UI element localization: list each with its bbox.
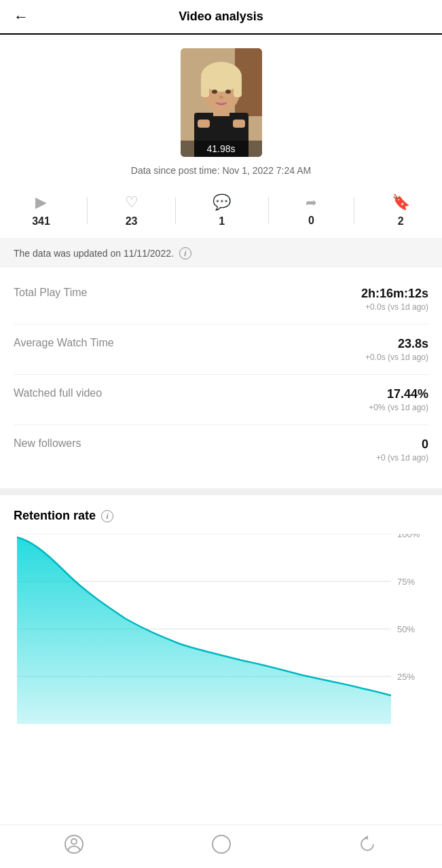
- watched-full-main: 17.44%: [369, 387, 428, 401]
- comment-icon: 💬: [213, 194, 231, 211]
- nav-home-icon[interactable]: [211, 834, 232, 859]
- header: ← Video analysis: [0, 0, 442, 35]
- svg-rect-6: [201, 77, 209, 97]
- watched-full-values: 17.44% +0% (vs 1d ago): [369, 387, 428, 412]
- section-divider: [0, 488, 442, 495]
- nav-profile-icon[interactable]: [64, 834, 84, 859]
- metric-watched-full: Watched full video 17.44% +0% (vs 1d ago…: [14, 375, 428, 425]
- stat-plays: ▶ 341: [32, 194, 50, 228]
- likes-count: 23: [126, 215, 138, 228]
- retention-title: Retention rate: [14, 509, 96, 523]
- video-duration: 41.98s: [181, 141, 262, 157]
- retention-section: Retention rate i 100% 75% 50%: [0, 495, 442, 724]
- watched-full-sub: +0% (vs 1d ago): [369, 403, 428, 412]
- divider-2: [175, 197, 176, 224]
- stat-comments: 💬 1: [213, 194, 231, 228]
- metric-total-play-time: Total Play Time 2h:16m:12s +0.0s (vs 1d …: [14, 274, 428, 325]
- bottom-nav: [0, 825, 442, 868]
- svg-point-10: [219, 96, 223, 98]
- share-icon: ➦: [306, 194, 317, 211]
- svg-rect-7: [234, 77, 242, 97]
- divider-3: [268, 197, 269, 224]
- avg-watch-time-main: 23.8s: [365, 337, 428, 351]
- bookmark-icon: 🔖: [392, 194, 410, 211]
- divider-1: [87, 197, 88, 224]
- stat-shares: ➦ 0: [306, 194, 317, 227]
- svg-text:75%: 75%: [397, 577, 415, 587]
- total-play-time-label: Total Play Time: [14, 287, 87, 299]
- bottom-spacer: [0, 724, 442, 772]
- divider-4: [354, 197, 354, 224]
- thumbnail-section: 41.98s Data since post time: Nov 1, 2022…: [0, 35, 442, 183]
- metric-avg-watch-time: Average Watch Time 23.8s +0.0s (vs 1d ag…: [14, 325, 428, 375]
- stats-row: ▶ 341 ♡ 23 💬 1 ➦ 0 🔖 2: [0, 183, 442, 239]
- info-icon[interactable]: i: [179, 247, 191, 259]
- svg-point-22: [71, 839, 77, 844]
- saves-count: 2: [398, 215, 404, 228]
- new-followers-sub: +0 (vs 1d ago): [376, 453, 428, 463]
- total-play-time-main: 2h:16m:12s: [361, 287, 428, 301]
- svg-text:100%: 100%: [397, 534, 420, 539]
- back-button[interactable]: ←: [14, 8, 29, 26]
- watched-full-label: Watched full video: [14, 387, 102, 399]
- video-thumbnail[interactable]: 41.98s: [181, 48, 262, 157]
- plays-count: 341: [32, 215, 50, 228]
- svg-point-23: [213, 835, 230, 853]
- metric-new-followers: New followers 0 +0 (vs 1d ago): [14, 425, 428, 475]
- page-title: Video analysis: [179, 10, 263, 24]
- play-icon: ▶: [35, 194, 47, 211]
- retention-info-icon[interactable]: i: [101, 510, 113, 522]
- update-text: The data was updated on 11/11/2022.: [14, 248, 174, 259]
- svg-text:50%: 50%: [397, 624, 415, 634]
- data-since-label: Data since post time: Nov 1, 2022 7:24 A…: [131, 165, 311, 176]
- new-followers-label: New followers: [14, 437, 81, 450]
- new-followers-values: 0 +0 (vs 1d ago): [376, 437, 428, 463]
- svg-point-8: [212, 90, 217, 94]
- metrics-section: Total Play Time 2h:16m:12s +0.0s (vs 1d …: [0, 268, 442, 488]
- svg-rect-11: [198, 120, 210, 128]
- update-notice: The data was updated on 11/11/2022. i: [0, 239, 442, 268]
- shares-count: 0: [308, 215, 314, 227]
- svg-point-9: [225, 90, 231, 94]
- svg-text:25%: 25%: [397, 672, 415, 682]
- svg-rect-12: [233, 120, 245, 128]
- stat-saves: 🔖 2: [392, 194, 410, 228]
- nav-back-icon[interactable]: [358, 834, 379, 859]
- total-play-time-values: 2h:16m:12s +0.0s (vs 1d ago): [361, 287, 428, 312]
- avg-watch-time-label: Average Watch Time: [14, 337, 114, 349]
- avg-watch-time-values: 23.8s +0.0s (vs 1d ago): [365, 337, 428, 362]
- comments-count: 1: [219, 215, 225, 228]
- retention-chart-svg: 100% 75% 50% 25%: [14, 534, 428, 724]
- total-play-time-sub: +0.0s (vs 1d ago): [361, 302, 428, 312]
- retention-header: Retention rate i: [14, 509, 428, 523]
- new-followers-main: 0: [376, 437, 428, 452]
- stat-likes: ♡ 23: [125, 194, 139, 228]
- retention-chart: 100% 75% 50% 25%: [14, 534, 428, 724]
- avg-watch-time-sub: +0.0s (vs 1d ago): [365, 352, 428, 362]
- like-icon: ♡: [125, 194, 139, 211]
